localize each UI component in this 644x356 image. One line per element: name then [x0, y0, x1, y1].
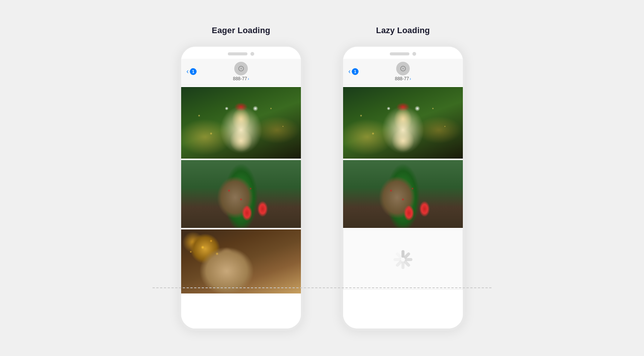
eager-image-3 — [181, 229, 301, 293]
back-badge-eager: 1 — [190, 68, 197, 75]
eager-image-2 — [181, 160, 301, 228]
back-chevron-eager: ‹ — [186, 67, 189, 75]
eager-loading-phone: ‹ 1 ⊙ 888-77 › — [179, 44, 303, 331]
header-center-lazy: ⊙ 888-77 › — [395, 62, 411, 81]
notch-dot-lazy — [412, 52, 416, 56]
eager-image-1 — [181, 87, 301, 159]
contact-number-lazy: 888-77 — [395, 76, 409, 81]
back-button-eager[interactable]: ‹ 1 — [186, 67, 197, 75]
cat-xmas-image-eager — [181, 229, 301, 293]
lazy-loading-slot — [343, 229, 463, 290]
contact-chevron-lazy: › — [410, 76, 411, 81]
loading-spinner — [394, 250, 412, 269]
phone-header-lazy: ‹ 1 ⊙ 888-77 › — [343, 59, 463, 86]
bulldog-tree-image-lazy — [343, 160, 463, 228]
avatar-icon-eager: ⊙ — [238, 64, 244, 73]
avatar-lazy: ⊙ — [396, 62, 410, 75]
header-center-eager: ⊙ 888-77 › — [233, 62, 249, 81]
eager-loading-column: Eager Loading ‹ 1 ⊙ 888-77 — [179, 26, 303, 331]
back-button-lazy[interactable]: ‹ 1 — [348, 67, 359, 75]
phone-notch-eager — [181, 47, 301, 59]
notch-dot — [250, 52, 254, 56]
page-wrapper: Eager Loading ‹ 1 ⊙ 888-77 — [0, 0, 644, 356]
avatar-eager: ⊙ — [234, 62, 248, 75]
contact-name-lazy[interactable]: 888-77 › — [395, 76, 411, 81]
lazy-image-2 — [343, 160, 463, 228]
contact-number-eager: 888-77 — [233, 76, 247, 81]
lazy-loading-phone: ‹ 1 ⊙ 888-77 › — [341, 44, 465, 331]
notch-pill-lazy — [390, 52, 409, 55]
lazy-loading-column: Lazy Loading ‹ 1 ⊙ 888-77 — [341, 26, 465, 331]
contact-chevron-eager: › — [248, 76, 249, 81]
phone-notch-lazy — [343, 47, 463, 59]
dog-santa-image-lazy — [343, 87, 463, 159]
notch-pill — [228, 52, 247, 55]
back-chevron-lazy: ‹ — [348, 67, 351, 75]
lazy-loading-title: Lazy Loading — [376, 26, 430, 35]
dog-santa-image-eager — [181, 87, 301, 159]
contact-name-eager[interactable]: 888-77 › — [233, 76, 249, 81]
avatar-icon-lazy: ⊙ — [400, 64, 406, 73]
eager-loading-title: Eager Loading — [212, 26, 270, 35]
phone-header-eager: ‹ 1 ⊙ 888-77 › — [181, 59, 301, 86]
phone-content-eager — [181, 86, 301, 328]
phone-content-lazy — [343, 86, 463, 328]
bulldog-tree-image-eager — [181, 160, 301, 228]
lazy-image-1 — [343, 87, 463, 159]
back-badge-lazy: 1 — [352, 68, 359, 75]
